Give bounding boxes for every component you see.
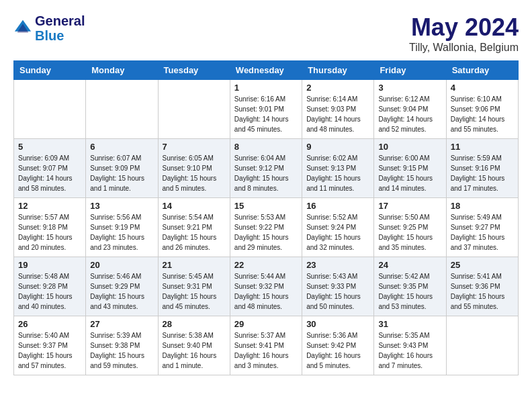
day-number: 5	[18, 142, 81, 152]
day-info: Sunrise: 6:04 AM Sunset: 9:12 PM Dayligh…	[234, 153, 298, 193]
day-info: Sunrise: 5:39 AM Sunset: 9:38 PM Dayligh…	[90, 330, 153, 371]
calendar-day-cell	[446, 316, 518, 375]
day-number: 7	[163, 142, 226, 152]
day-number: 18	[451, 201, 514, 211]
calendar-day-cell: 10Sunrise: 6:00 AM Sunset: 9:15 PM Dayli…	[374, 139, 446, 198]
day-info: Sunrise: 5:50 AM Sunset: 9:25 PM Dayligh…	[378, 212, 441, 253]
location-subtitle: Tilly, Wallonia, Belgium	[409, 42, 519, 54]
weekday-header-saturday: Saturday	[446, 61, 518, 80]
day-info: Sunrise: 5:42 AM Sunset: 9:35 PM Dayligh…	[378, 271, 441, 312]
calendar-day-cell: 31Sunrise: 5:35 AM Sunset: 9:43 PM Dayli…	[374, 316, 446, 375]
calendar-day-cell: 25Sunrise: 5:41 AM Sunset: 9:36 PM Dayli…	[446, 257, 518, 316]
day-number: 27	[90, 319, 153, 329]
day-number: 1	[234, 83, 298, 93]
calendar-day-cell: 9Sunrise: 6:02 AM Sunset: 9:13 PM Daylig…	[302, 139, 374, 198]
day-number: 14	[163, 201, 226, 211]
day-info: Sunrise: 6:07 AM Sunset: 9:09 PM Dayligh…	[90, 153, 153, 193]
weekday-header-monday: Monday	[86, 61, 158, 80]
weekday-header-tuesday: Tuesday	[158, 61, 230, 80]
logo-text: General Blue	[35, 13, 85, 43]
day-number: 24	[378, 260, 441, 270]
calendar-day-cell: 7Sunrise: 6:05 AM Sunset: 9:10 PM Daylig…	[158, 139, 230, 198]
calendar-day-cell	[86, 80, 158, 139]
title-area: May 2024 Tilly, Wallonia, Belgium	[409, 13, 519, 54]
day-number: 12	[18, 201, 81, 211]
calendar-day-cell: 17Sunrise: 5:50 AM Sunset: 9:25 PM Dayli…	[374, 198, 446, 257]
day-number: 9	[306, 142, 369, 152]
day-info: Sunrise: 6:10 AM Sunset: 9:06 PM Dayligh…	[451, 94, 514, 134]
day-info: Sunrise: 5:35 AM Sunset: 9:43 PM Dayligh…	[378, 330, 441, 371]
day-info: Sunrise: 5:38 AM Sunset: 9:40 PM Dayligh…	[163, 330, 226, 371]
day-info: Sunrise: 5:59 AM Sunset: 9:16 PM Dayligh…	[451, 153, 514, 193]
day-number: 21	[163, 260, 226, 270]
day-number: 31	[378, 319, 441, 329]
calendar-day-cell: 6Sunrise: 6:07 AM Sunset: 9:09 PM Daylig…	[86, 139, 158, 198]
day-info: Sunrise: 6:02 AM Sunset: 9:13 PM Dayligh…	[306, 153, 369, 193]
day-number: 13	[90, 201, 153, 211]
day-info: Sunrise: 6:05 AM Sunset: 9:10 PM Dayligh…	[163, 153, 226, 193]
day-number: 11	[451, 142, 514, 152]
day-number: 26	[18, 319, 81, 329]
day-number: 2	[306, 83, 369, 93]
calendar-table: SundayMondayTuesdayWednesdayThursdayFrid…	[13, 60, 519, 375]
calendar-day-cell	[158, 80, 230, 139]
calendar-day-cell: 12Sunrise: 5:57 AM Sunset: 9:18 PM Dayli…	[14, 198, 86, 257]
day-info: Sunrise: 6:00 AM Sunset: 9:15 PM Dayligh…	[378, 153, 441, 193]
day-number: 16	[306, 201, 369, 211]
calendar-day-cell: 13Sunrise: 5:56 AM Sunset: 9:19 PM Dayli…	[86, 198, 158, 257]
day-info: Sunrise: 6:09 AM Sunset: 9:07 PM Dayligh…	[18, 153, 81, 193]
day-info: Sunrise: 6:14 AM Sunset: 9:03 PM Dayligh…	[306, 94, 369, 134]
calendar-day-cell	[14, 80, 86, 139]
calendar-week-row: 19Sunrise: 5:48 AM Sunset: 9:28 PM Dayli…	[14, 257, 519, 316]
calendar-week-row: 1Sunrise: 6:16 AM Sunset: 9:01 PM Daylig…	[14, 80, 519, 139]
calendar-day-cell: 22Sunrise: 5:44 AM Sunset: 9:32 PM Dayli…	[230, 257, 302, 316]
weekday-header-row: SundayMondayTuesdayWednesdayThursdayFrid…	[14, 61, 519, 80]
calendar-day-cell: 8Sunrise: 6:04 AM Sunset: 9:12 PM Daylig…	[230, 139, 302, 198]
day-info: Sunrise: 5:43 AM Sunset: 9:33 PM Dayligh…	[306, 271, 369, 312]
calendar-day-cell: 4Sunrise: 6:10 AM Sunset: 9:06 PM Daylig…	[446, 80, 518, 139]
weekday-header-friday: Friday	[374, 61, 446, 80]
day-number: 10	[378, 142, 441, 152]
day-info: Sunrise: 5:48 AM Sunset: 9:28 PM Dayligh…	[18, 271, 81, 312]
calendar-day-cell: 5Sunrise: 6:09 AM Sunset: 9:07 PM Daylig…	[14, 139, 86, 198]
day-info: Sunrise: 5:53 AM Sunset: 9:22 PM Dayligh…	[234, 212, 298, 253]
day-info: Sunrise: 5:46 AM Sunset: 9:29 PM Dayligh…	[90, 271, 153, 312]
calendar-day-cell: 3Sunrise: 6:12 AM Sunset: 9:04 PM Daylig…	[374, 80, 446, 139]
day-info: Sunrise: 5:36 AM Sunset: 9:42 PM Dayligh…	[306, 330, 369, 371]
calendar-day-cell: 27Sunrise: 5:39 AM Sunset: 9:38 PM Dayli…	[86, 316, 158, 375]
day-info: Sunrise: 5:40 AM Sunset: 9:37 PM Dayligh…	[18, 330, 81, 371]
page-header: General Blue May 2024 Tilly, Wallonia, B…	[13, 13, 519, 54]
day-info: Sunrise: 5:49 AM Sunset: 9:27 PM Dayligh…	[451, 212, 514, 253]
day-number: 4	[451, 83, 514, 93]
calendar-week-row: 12Sunrise: 5:57 AM Sunset: 9:18 PM Dayli…	[14, 198, 519, 257]
calendar-day-cell: 20Sunrise: 5:46 AM Sunset: 9:29 PM Dayli…	[86, 257, 158, 316]
logo: General Blue	[13, 13, 85, 43]
calendar-day-cell: 29Sunrise: 5:37 AM Sunset: 9:41 PM Dayli…	[230, 316, 302, 375]
calendar-day-cell: 19Sunrise: 5:48 AM Sunset: 9:28 PM Dayli…	[14, 257, 86, 316]
day-number: 28	[163, 319, 226, 329]
calendar-day-cell: 24Sunrise: 5:42 AM Sunset: 9:35 PM Dayli…	[374, 257, 446, 316]
calendar-week-row: 5Sunrise: 6:09 AM Sunset: 9:07 PM Daylig…	[14, 139, 519, 198]
weekday-header-sunday: Sunday	[14, 61, 86, 80]
day-number: 25	[451, 260, 514, 270]
day-number: 6	[90, 142, 153, 152]
day-number: 8	[234, 142, 298, 152]
day-info: Sunrise: 5:44 AM Sunset: 9:32 PM Dayligh…	[234, 271, 298, 312]
logo-icon	[13, 19, 32, 38]
calendar-day-cell: 26Sunrise: 5:40 AM Sunset: 9:37 PM Dayli…	[14, 316, 86, 375]
day-info: Sunrise: 5:41 AM Sunset: 9:36 PM Dayligh…	[451, 271, 514, 312]
calendar-day-cell: 2Sunrise: 6:14 AM Sunset: 9:03 PM Daylig…	[302, 80, 374, 139]
day-number: 23	[306, 260, 369, 270]
day-number: 20	[90, 260, 153, 270]
day-info: Sunrise: 6:16 AM Sunset: 9:01 PM Dayligh…	[234, 94, 298, 134]
day-number: 19	[18, 260, 81, 270]
day-info: Sunrise: 5:52 AM Sunset: 9:24 PM Dayligh…	[306, 212, 369, 253]
day-number: 3	[378, 83, 441, 93]
calendar-day-cell: 1Sunrise: 6:16 AM Sunset: 9:01 PM Daylig…	[230, 80, 302, 139]
day-info: Sunrise: 5:45 AM Sunset: 9:31 PM Dayligh…	[163, 271, 226, 312]
calendar-day-cell: 30Sunrise: 5:36 AM Sunset: 9:42 PM Dayli…	[302, 316, 374, 375]
calendar-day-cell: 15Sunrise: 5:53 AM Sunset: 9:22 PM Dayli…	[230, 198, 302, 257]
day-number: 30	[306, 319, 369, 329]
day-info: Sunrise: 5:56 AM Sunset: 9:19 PM Dayligh…	[90, 212, 153, 253]
weekday-header-wednesday: Wednesday	[230, 61, 302, 80]
